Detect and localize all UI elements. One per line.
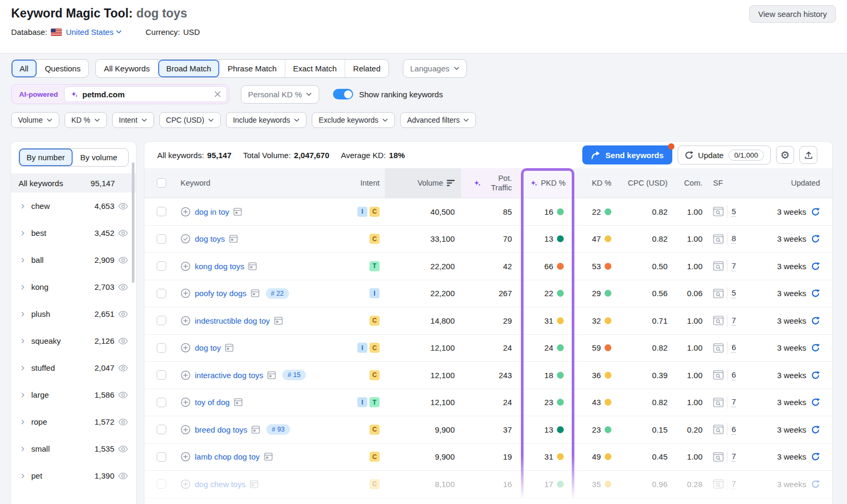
select-all-checkbox[interactable] <box>157 178 166 188</box>
keyword-link[interactable]: kong dog toys <box>195 262 244 271</box>
row-checkbox[interactable] <box>157 207 166 216</box>
chevron-right-icon[interactable] <box>20 446 26 452</box>
refresh-metrics-icon[interactable] <box>811 289 820 298</box>
eye-icon[interactable] <box>118 283 128 291</box>
chevron-right-icon[interactable] <box>20 365 26 371</box>
eye-icon[interactable] <box>118 203 128 210</box>
column-header-volume[interactable]: Volume <box>385 168 461 198</box>
tab-all-keywords[interactable]: All Keywords <box>96 60 158 77</box>
keyword-link[interactable]: dog toys <box>195 234 225 243</box>
keyword-details-icon[interactable] <box>233 208 242 216</box>
serp-features-count[interactable]: 6 <box>732 370 736 380</box>
serp-features-count[interactable]: 7 <box>732 452 736 462</box>
row-checkbox[interactable] <box>157 425 166 434</box>
tab-phrase-match[interactable]: Phrase Match <box>220 60 285 77</box>
chevron-right-icon[interactable] <box>20 419 26 425</box>
tab-broad-match[interactable]: Broad Match <box>158 60 220 77</box>
keyword-link[interactable]: indestructible dog toy <box>195 316 270 325</box>
tab-related[interactable]: Related <box>345 60 389 77</box>
refresh-metrics-icon[interactable] <box>811 425 820 434</box>
serp-features-count[interactable]: 5 <box>732 207 736 217</box>
keyword-link[interactable]: dog chew toys <box>195 480 246 489</box>
sidebar-group-large[interactable]: large1,586 <box>11 381 136 408</box>
column-header-cpc[interactable]: CPC (USD) <box>612 168 670 198</box>
row-checkbox[interactable] <box>157 479 166 489</box>
serp-analysis-icon[interactable] <box>713 425 724 434</box>
eye-icon[interactable] <box>118 256 128 264</box>
serp-features-count[interactable]: 7 <box>732 316 736 326</box>
refresh-metrics-icon[interactable] <box>811 207 820 216</box>
column-header-pot-traffic[interactable]: Pot. Traffic <box>461 168 522 198</box>
eye-icon[interactable] <box>118 230 128 237</box>
keyword-search-input[interactable] <box>83 90 210 99</box>
keyword-details-icon[interactable] <box>264 453 273 461</box>
sidebar-group-stuffed[interactable]: stuffed2,047 <box>11 354 136 381</box>
chevron-right-icon[interactable] <box>20 257 26 263</box>
serp-analysis-icon[interactable] <box>713 207 724 216</box>
row-checkbox[interactable] <box>157 234 166 244</box>
personal-kd-dropdown[interactable]: Personal KD % <box>241 85 320 104</box>
filter-kd[interactable]: KD % <box>65 112 107 128</box>
filter-cpc-usd[interactable]: CPC (USD) <box>159 112 221 128</box>
row-checkbox[interactable] <box>157 289 166 298</box>
sidebar-group-best[interactable]: best3,452 <box>11 219 136 246</box>
keyword-details-icon[interactable] <box>234 398 242 406</box>
serp-features-count[interactable]: 6 <box>732 425 736 435</box>
filter-include-keywords[interactable]: Include keywords <box>226 112 307 128</box>
keyword-details-icon[interactable] <box>250 480 258 488</box>
sidebar-all-keywords[interactable]: All keywords 95,147 <box>11 173 136 193</box>
column-header-updated[interactable]: Updated <box>744 168 832 198</box>
row-checkbox[interactable] <box>157 398 166 407</box>
add-keyword-icon[interactable] <box>181 370 191 380</box>
keyword-details-icon[interactable] <box>251 289 259 297</box>
keyword-search-box[interactable] <box>64 86 227 102</box>
show-ranking-keywords-toggle[interactable] <box>333 89 353 99</box>
serp-analysis-icon[interactable] <box>713 316 724 325</box>
eye-icon[interactable] <box>118 472 128 480</box>
view-search-history-button[interactable]: View search history <box>749 5 836 23</box>
sidebar-group-plush[interactable]: plush2,651 <box>11 300 136 327</box>
keyword-link[interactable]: toy of dog <box>195 398 230 407</box>
serp-features-count[interactable]: 7 <box>732 479 736 489</box>
add-keyword-icon[interactable] <box>181 207 191 217</box>
tab-questions[interactable]: Questions <box>37 60 89 77</box>
serp-features-count[interactable]: 7 <box>732 261 736 271</box>
add-keyword-icon[interactable] <box>181 425 191 435</box>
serp-analysis-icon[interactable] <box>713 343 724 353</box>
refresh-metrics-icon[interactable] <box>811 480 820 489</box>
eye-icon[interactable] <box>118 337 128 345</box>
add-keyword-icon[interactable] <box>181 452 191 462</box>
filter-intent[interactable]: Intent <box>112 112 154 128</box>
chevron-right-icon[interactable] <box>20 230 26 236</box>
serp-analysis-icon[interactable] <box>713 398 724 407</box>
refresh-metrics-icon[interactable] <box>811 371 820 380</box>
sidebar-group-rope[interactable]: rope1,572 <box>11 408 136 435</box>
serp-features-count[interactable]: 8 <box>732 234 736 244</box>
column-header-intent[interactable]: Intent <box>344 168 385 198</box>
sidebar-group-pet[interactable]: pet1,390 <box>11 462 136 489</box>
refresh-metrics-icon[interactable] <box>811 234 820 243</box>
serp-analysis-icon[interactable] <box>713 261 724 271</box>
send-keywords-button[interactable]: Send keywords <box>582 145 672 164</box>
add-keyword-icon[interactable] <box>181 261 191 271</box>
sidebar-group-small[interactable]: small1,535 <box>11 435 136 462</box>
sidebar-group-squeaky[interactable]: squeaky2,126 <box>11 327 136 354</box>
serp-analysis-icon[interactable] <box>713 479 724 489</box>
add-keyword-icon[interactable] <box>181 479 191 489</box>
refresh-metrics-icon[interactable] <box>811 316 820 325</box>
eye-icon[interactable] <box>118 445 128 453</box>
keyword-details-icon[interactable] <box>267 371 276 379</box>
keyword-link[interactable]: dog in toy <box>195 207 229 216</box>
chevron-right-icon[interactable] <box>20 284 26 290</box>
sidebar-group-ball[interactable]: ball2,909 <box>11 246 136 273</box>
tab-all[interactable]: All <box>12 60 37 77</box>
serp-analysis-icon[interactable] <box>713 234 724 244</box>
keyword-details-icon[interactable] <box>274 317 283 325</box>
add-keyword-icon[interactable] <box>181 288 191 298</box>
serp-analysis-icon[interactable] <box>713 370 724 380</box>
keyword-details-icon[interactable] <box>229 235 238 243</box>
sidebar-tab-by-volume[interactable]: By volume <box>73 149 125 166</box>
add-keyword-icon[interactable] <box>181 343 191 353</box>
chevron-right-icon[interactable] <box>20 392 26 398</box>
filter-volume[interactable]: Volume <box>11 112 59 128</box>
